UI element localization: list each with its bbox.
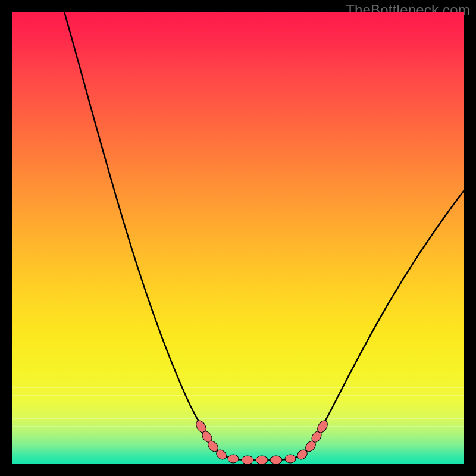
valley-dot: [242, 456, 253, 464]
valley-dot: [228, 455, 239, 463]
chart-frame: [12, 12, 464, 464]
valley-dot: [285, 455, 296, 463]
valley-dots-group: [194, 419, 330, 464]
bottleneck-curve: [64, 12, 464, 461]
valley-dot: [270, 456, 282, 464]
chart-svg: [12, 12, 464, 464]
valley-dot: [256, 456, 268, 464]
